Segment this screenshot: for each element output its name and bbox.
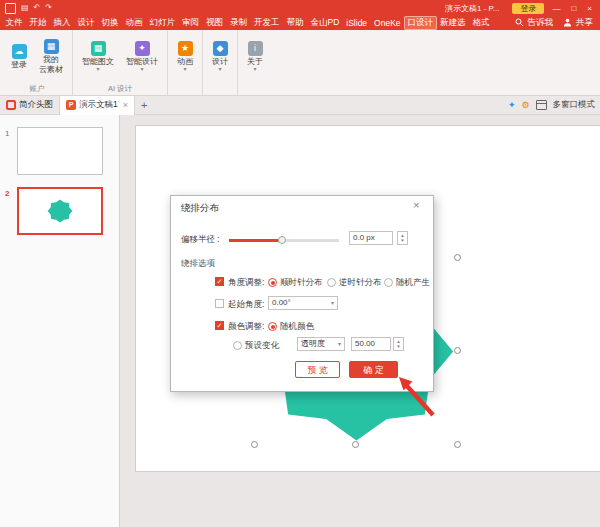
dialog-title: 绕排分布 [181, 203, 219, 213]
menu-tab-11[interactable]: 帮助 [283, 16, 307, 30]
about-button[interactable]: i 关于 ▾ [242, 40, 268, 73]
menu-tab-6[interactable]: 幻灯片 [146, 16, 179, 30]
spin-down-icon[interactable]: ▾ [401, 238, 404, 243]
menu-tab-4[interactable]: 切换 [98, 16, 122, 30]
dialog-close-icon[interactable]: × [413, 200, 419, 210]
color-adjust-label: 颜色调整: [228, 321, 264, 331]
angle-adjust-label: 角度调整: [228, 277, 264, 287]
minimize-icon[interactable]: — [549, 4, 563, 13]
smart-design-button[interactable]: ✦ 智能设计 ▾ [121, 40, 163, 73]
random-color-radio[interactable] [268, 322, 277, 331]
active-doc-tab[interactable]: P 演示文稿1 × [59, 96, 135, 115]
slide-1-thumbnail[interactable] [17, 127, 103, 175]
menu-tab-12[interactable]: 金山PD [307, 16, 343, 30]
random-generate-radio[interactable] [384, 278, 393, 287]
design-icon: ◆ [213, 41, 228, 56]
redo-icon[interactable]: ↷ [45, 3, 52, 13]
start-angle-value: 0.00° [272, 298, 291, 308]
preset-value-input[interactable]: 50.00 [351, 337, 391, 351]
ribbon-group-account: ☁ 登录 ▦ 我的 云素材 账户 [2, 30, 72, 95]
angle-adjust-checkbox[interactable]: ✓ [215, 277, 224, 286]
clockwise-radio[interactable] [268, 278, 277, 287]
menu-tab-3[interactable]: 设计 [74, 16, 98, 30]
presentation-p-icon: P [66, 100, 76, 110]
spin-down-icon[interactable]: ▾ [397, 344, 400, 349]
my-cloud-materials-button[interactable]: ▦ 我的 云素材 [34, 38, 68, 75]
beautify-icon[interactable]: ✦ [508, 100, 516, 110]
menu-tab-10[interactable]: 开发工 [251, 16, 284, 30]
offset-value-input[interactable]: 0.0 px [349, 231, 393, 245]
undo-icon[interactable]: ↶ [34, 3, 41, 13]
smart-design-label: 智能设计 [126, 57, 158, 66]
ribbon-login-button[interactable]: ☁ 登录 [6, 43, 32, 70]
design-label: 设计 [212, 57, 228, 66]
preset-variation-label: 预设变化 [245, 340, 279, 350]
chevron-down-icon: ▾ [140, 67, 143, 72]
pinned-doc-label: 简介头图 [19, 99, 53, 111]
share-button[interactable]: 共享 [576, 17, 593, 29]
check-icon: ✓ [217, 322, 223, 329]
gear-icon[interactable]: ⚙ [521, 100, 529, 110]
menu-tab-5[interactable]: 动画 [122, 16, 146, 30]
preset-type-value: 透明度 [301, 339, 325, 349]
menu-tabs: 文件开始插入设计切换动画幻灯片审阅视图录制开发工帮助金山PDiSlideOneK… [2, 16, 493, 30]
close-icon[interactable]: × [584, 4, 595, 13]
preset-type-dropdown[interactable]: 透明度 ▾ [297, 337, 345, 351]
menu-tab-17[interactable]: 格式 [469, 16, 493, 30]
selection-handle-se[interactable] [454, 441, 461, 448]
slider-fill [229, 239, 282, 242]
preset-value-stepper[interactable]: ▴ ▾ [393, 337, 404, 351]
start-angle-checkbox[interactable] [215, 299, 224, 308]
ok-button[interactable]: 确 定 [349, 361, 398, 378]
menu-tab-16[interactable]: 新建选 [437, 16, 470, 30]
smart-design-icon: ✦ [135, 41, 150, 56]
tell-me-label[interactable]: 告诉我 [528, 17, 554, 29]
smart-graphics-button[interactable]: ▦ 智能图文 ▾ [77, 40, 119, 73]
slide-1-number: 1 [5, 129, 9, 138]
selection-handle-sw[interactable] [251, 441, 258, 448]
menu-tab-8[interactable]: 视图 [203, 16, 227, 30]
start-angle-label: 起始角度: [228, 299, 264, 309]
counterclockwise-radio[interactable] [327, 278, 336, 287]
pinned-doc-tab[interactable]: ▤ 简介头图 [0, 96, 59, 115]
pinned-doc-icon: ▤ [6, 100, 16, 110]
active-doc-label: 演示文稿1 [79, 99, 118, 111]
menu-tab-14[interactable]: OneKe [371, 17, 404, 29]
menu-tab-9[interactable]: 录制 [227, 16, 251, 30]
color-adjust-checkbox[interactable]: ✓ [215, 321, 224, 330]
save-icon[interactable]: ▤ [21, 3, 29, 13]
group-label-empty-1 [184, 83, 186, 95]
share-person-icon [563, 18, 572, 27]
selection-handle-ne[interactable] [454, 254, 461, 261]
slide-2-thumbnail[interactable] [17, 187, 103, 235]
animation-button[interactable]: ★ 动画 ▾ [172, 40, 198, 73]
materials-label-2: 云素材 [39, 65, 63, 74]
about-label: 关于 [247, 57, 263, 66]
close-tab-icon[interactable]: × [121, 100, 128, 110]
menu-tab-1[interactable]: 开始 [26, 16, 50, 30]
preset-variation-radio[interactable] [233, 341, 242, 350]
start-angle-dropdown[interactable]: 0.00° ▾ [268, 296, 338, 310]
login-badge[interactable]: 登录 [512, 3, 544, 14]
ribbon-group-design: ◆ 设计 ▾ [202, 30, 237, 95]
preview-button[interactable]: 预 览 [295, 361, 340, 378]
multi-window-label[interactable]: 多窗口模式 [553, 99, 596, 111]
offset-radius-slider[interactable] [229, 239, 339, 242]
animation-label: 动画 [177, 57, 193, 66]
menu-tab-0[interactable]: 文件 [2, 16, 26, 30]
selection-handle-s[interactable] [352, 441, 359, 448]
new-tab-button[interactable]: + [135, 99, 153, 111]
slide-2-number: 2 [5, 189, 9, 198]
menu-tab-7[interactable]: 审阅 [179, 16, 203, 30]
clockwise-label: 顺时针分布 [280, 277, 323, 287]
selection-handle-e[interactable] [454, 347, 461, 354]
menu-tab-2[interactable]: 插入 [50, 16, 74, 30]
menu-tab-15[interactable]: 口设计 [404, 16, 437, 30]
slider-knob[interactable] [278, 236, 286, 244]
app-logo-icon[interactable] [5, 3, 16, 14]
menu-tab-13[interactable]: iSlide [343, 17, 371, 29]
design-button[interactable]: ◆ 设计 ▾ [207, 40, 233, 73]
offset-value-stepper[interactable]: ▴ ▾ [397, 231, 408, 245]
maximize-icon[interactable]: □ [568, 4, 579, 13]
materials-icon: ▦ [44, 39, 59, 54]
